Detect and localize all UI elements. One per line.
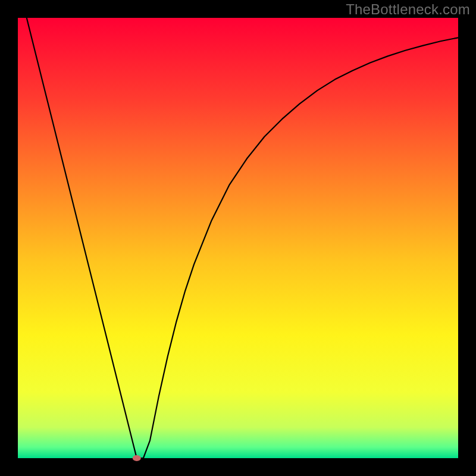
chart-frame: TheBottleneck.com [0, 0, 476, 476]
bottleneck-chart [0, 0, 476, 476]
optimum-marker [133, 455, 141, 461]
plot-area [18, 18, 458, 458]
watermark-label: TheBottleneck.com [346, 1, 470, 18]
